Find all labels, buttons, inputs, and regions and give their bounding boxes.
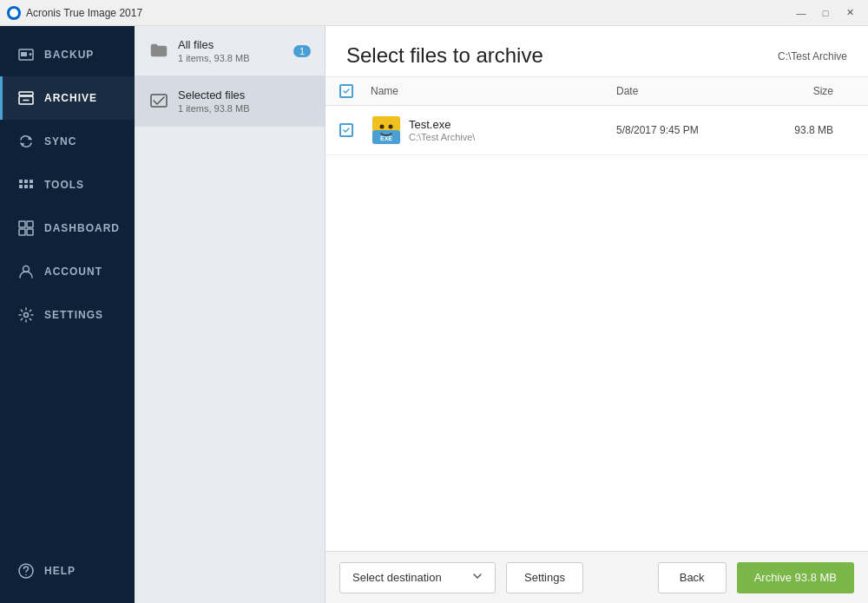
sidebar-item-dashboard-label: DASHBOARD — [44, 222, 120, 234]
svg-rect-12 — [30, 185, 33, 188]
sidebar-bottom: HELP — [0, 549, 135, 603]
svg-rect-8 — [24, 180, 28, 183]
svg-rect-10 — [19, 185, 23, 188]
svg-point-0 — [10, 9, 18, 17]
app-body: BACKUP ARCHIVE — [0, 26, 868, 603]
file-path: C:\Test Archive\ — [409, 132, 475, 142]
header-name: Name — [371, 85, 616, 97]
main-content: Select files to archive C:\Test Archive … — [326, 26, 868, 603]
destination-path: C:\Test Archive — [778, 50, 847, 62]
folder-icon — [148, 40, 169, 61]
sidebar-item-archive-label: ARCHIVE — [44, 92, 97, 104]
account-icon — [16, 262, 36, 281]
dashboard-icon — [16, 219, 36, 238]
selected-icon — [148, 90, 169, 111]
table-header: Name Date Size — [326, 77, 868, 106]
sidebar-item-help-label: HELP — [44, 565, 76, 577]
sidebar-item-backup-label: BACKUP — [44, 49, 94, 61]
svg-rect-11 — [24, 185, 28, 188]
page-title: Select files to archive — [346, 43, 543, 68]
app-title: Acronis True Image 2017 — [26, 7, 142, 19]
svg-point-25 — [380, 125, 385, 129]
table-row[interactable]: EXE Test.exe C:\Test Archive\ 5/8/2017 9… — [326, 106, 868, 155]
file-exe-icon: EXE — [371, 115, 402, 146]
header-check-col — [339, 84, 371, 98]
selected-files-content: Selected files 1 items, 93.8 MB — [178, 88, 311, 114]
svg-rect-13 — [19, 221, 25, 227]
row-checkbox[interactable] — [339, 123, 353, 137]
all-files-title: All files — [178, 38, 285, 51]
svg-rect-16 — [27, 229, 33, 235]
select-dest-label: Select destination — [352, 571, 442, 584]
selected-files-subtitle: 1 items, 93.8 MB — [178, 103, 311, 114]
svg-text:EXE: EXE — [380, 135, 392, 141]
svg-point-3 — [30, 53, 32, 56]
bottom-bar: Select destination Settings Back Archive… — [326, 551, 868, 603]
sidebar: BACKUP ARCHIVE — [0, 26, 135, 603]
sidebar-item-tools[interactable]: TOOLS — [0, 163, 135, 206]
title-bar: Acronis True Image 2017 — □ ✕ — [0, 0, 868, 26]
all-files-subtitle: 1 items, 93.8 MB — [178, 53, 285, 63]
sidebar-item-account[interactable]: ACCOUNT — [0, 250, 135, 293]
settings-icon — [16, 305, 36, 324]
file-size: 93.8 MB — [755, 124, 833, 136]
minimize-button[interactable]: — — [790, 4, 812, 22]
sidebar-item-dashboard[interactable]: DASHBOARD — [0, 206, 135, 250]
window-controls: — □ ✕ — [790, 4, 861, 22]
back-button[interactable]: Back — [658, 562, 727, 593]
header-size: Size — [755, 85, 833, 97]
svg-point-26 — [389, 125, 393, 129]
settings-button[interactable]: Settings — [506, 562, 583, 593]
close-button[interactable]: ✕ — [838, 4, 861, 22]
svg-rect-2 — [21, 52, 27, 56]
svg-point-20 — [25, 574, 27, 576]
file-text: Test.exe C:\Test Archive\ — [409, 118, 475, 142]
sidebar-item-settings-label: SETTINGS — [44, 309, 103, 321]
sidebar-item-sync-label: SYNC — [44, 135, 76, 147]
svg-rect-4 — [19, 92, 33, 95]
sidebar-item-sync[interactable]: SYNC — [0, 120, 135, 163]
sidebar-item-backup[interactable]: BACKUP — [0, 33, 135, 76]
middle-item-all-files[interactable]: All files 1 items, 93.8 MB 1 — [135, 26, 325, 76]
archive-icon — [16, 88, 36, 108]
header-date: Date — [616, 85, 755, 97]
sidebar-item-tools-label: TOOLS — [44, 179, 84, 191]
selected-files-title: Selected files — [178, 88, 311, 102]
row-check-col — [339, 123, 371, 137]
backup-icon — [16, 45, 36, 64]
middle-panel: All files 1 items, 93.8 MB 1 Selected fi… — [135, 26, 326, 603]
help-icon — [16, 561, 36, 580]
all-files-badge: 1 — [293, 45, 311, 57]
svg-rect-14 — [27, 221, 33, 227]
file-name: Test.exe — [409, 118, 475, 131]
middle-item-selected-files[interactable]: Selected files 1 items, 93.8 MB — [135, 76, 325, 127]
file-name-col: EXE Test.exe C:\Test Archive\ — [371, 115, 616, 146]
sidebar-item-account-label: ACCOUNT — [44, 265, 102, 278]
sync-icon — [16, 132, 36, 151]
sidebar-item-settings[interactable]: SETTINGS — [0, 293, 135, 337]
svg-rect-9 — [30, 180, 33, 183]
maximize-button[interactable]: □ — [814, 4, 837, 22]
svg-point-18 — [24, 313, 29, 318]
select-destination-button[interactable]: Select destination — [339, 562, 496, 593]
archive-button[interactable]: Archive 93.8 MB — [737, 562, 854, 593]
file-table: Name Date Size — [326, 77, 868, 551]
select-all-checkbox[interactable] — [339, 84, 353, 98]
app-logo — [7, 6, 21, 20]
all-files-content: All files 1 items, 93.8 MB — [178, 38, 285, 63]
title-bar-left: Acronis True Image 2017 — [7, 6, 142, 20]
file-date: 5/8/2017 9:45 PM — [616, 124, 755, 136]
svg-rect-15 — [19, 229, 25, 235]
tools-icon — [16, 175, 36, 194]
sidebar-item-help[interactable]: HELP — [0, 549, 135, 593]
svg-rect-7 — [19, 180, 23, 183]
sidebar-nav: BACKUP ARCHIVE — [0, 26, 135, 549]
svg-rect-23 — [372, 116, 400, 130]
main-header: Select files to archive C:\Test Archive — [326, 26, 868, 77]
sidebar-item-archive[interactable]: ARCHIVE — [0, 76, 135, 120]
chevron-down-icon — [472, 571, 483, 584]
